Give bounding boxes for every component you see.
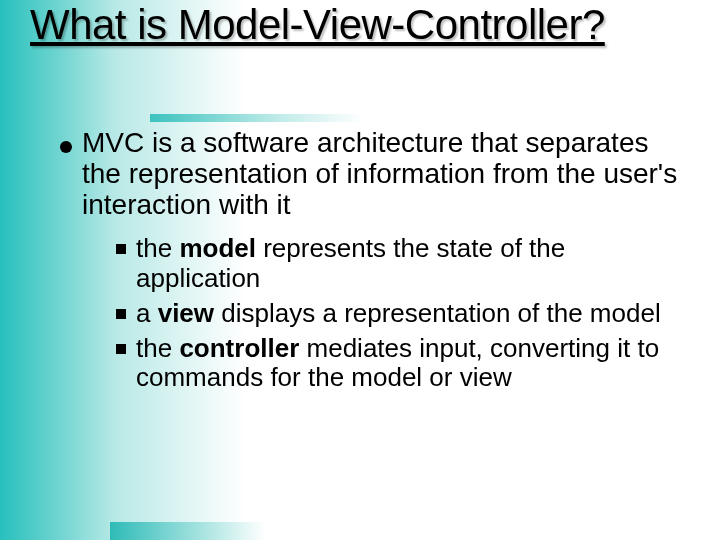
text-part: the — [136, 233, 179, 263]
bullet-level2: the controller mediates input, convertin… — [116, 334, 680, 392]
slide-content: MVC is a software architecture that sepa… — [60, 128, 680, 398]
emphasis: model — [179, 233, 256, 263]
emphasis: view — [158, 298, 214, 328]
slide: What is Model-View-Controller? MVC is a … — [0, 0, 720, 540]
square-bullet-icon — [116, 244, 126, 254]
square-bullet-icon — [116, 309, 126, 319]
bullet-text: a view displays a representation of the … — [136, 299, 661, 328]
slide-title: What is Model-View-Controller? — [30, 2, 700, 47]
text-part: displays a representation of the model — [214, 298, 661, 328]
text-part: a — [136, 298, 158, 328]
bullet-text: the controller mediates input, convertin… — [136, 334, 680, 392]
sub-bullets: the model represents the state of the ap… — [116, 234, 680, 392]
bottom-accent-bar — [110, 522, 265, 540]
disc-bullet-icon — [60, 141, 72, 153]
bullet-level1: MVC is a software architecture that sepa… — [60, 128, 680, 220]
bullet-level2: the model represents the state of the ap… — [116, 234, 680, 292]
emphasis: controller — [179, 333, 299, 363]
bullet-text: the model represents the state of the ap… — [136, 234, 680, 292]
text-part: the — [136, 333, 179, 363]
title-accent-bar — [150, 114, 364, 122]
bullet-level2: a view displays a representation of the … — [116, 299, 680, 328]
square-bullet-icon — [116, 344, 126, 354]
bullet-text: MVC is a software architecture that sepa… — [82, 128, 680, 220]
title-area: What is Model-View-Controller? — [30, 2, 700, 47]
